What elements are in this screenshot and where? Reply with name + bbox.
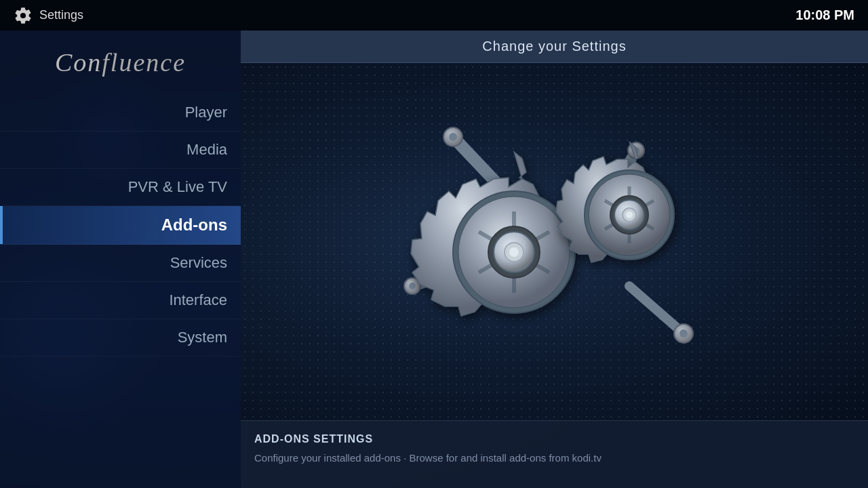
sidebar-item-services[interactable]: Services xyxy=(0,245,241,282)
sidebar-item-media[interactable]: Media xyxy=(0,131,241,169)
sidebar: Confluence Player Media PVR & Live TV Ad… xyxy=(0,30,241,488)
panel-header: Change your Settings xyxy=(241,30,868,63)
svg-point-20 xyxy=(509,247,519,257)
confluence-logo: Confluence xyxy=(14,47,227,77)
sidebar-logo: Confluence xyxy=(0,37,241,94)
info-title: ADD-ONS SETTINGS xyxy=(254,433,854,445)
svg-point-5 xyxy=(449,133,457,141)
topbar-title: Settings xyxy=(39,8,83,22)
info-desc: Configure your installed add-ons · Brows… xyxy=(254,451,854,466)
gears-container xyxy=(241,63,868,420)
svg-line-2 xyxy=(629,286,684,333)
sidebar-item-addons[interactable]: Add-ons xyxy=(0,206,241,245)
sidebar-item-system[interactable]: System xyxy=(0,319,241,357)
main-layout: Confluence Player Media PVR & Live TV Ad… xyxy=(0,30,868,488)
svg-point-11 xyxy=(409,283,416,289)
small-gear xyxy=(556,142,674,262)
settings-gear-icon xyxy=(14,6,33,25)
gear-image-area xyxy=(241,63,868,420)
sidebar-item-interface[interactable]: Interface xyxy=(0,282,241,319)
gears-svg xyxy=(344,96,765,388)
svg-point-29 xyxy=(626,211,633,218)
svg-point-9 xyxy=(679,329,688,338)
topbar: Settings 10:08 PM xyxy=(0,0,868,30)
sidebar-item-pvr[interactable]: PVR & Live TV xyxy=(0,169,241,206)
sidebar-item-player[interactable]: Player xyxy=(0,94,241,131)
info-bar: ADD-ONS SETTINGS Configure your installe… xyxy=(241,420,868,488)
topbar-time: 10:08 PM xyxy=(795,7,854,23)
right-panel: Change your Settings xyxy=(241,30,868,488)
topbar-left: Settings xyxy=(14,6,83,25)
panel-header-title: Change your Settings xyxy=(482,39,626,54)
